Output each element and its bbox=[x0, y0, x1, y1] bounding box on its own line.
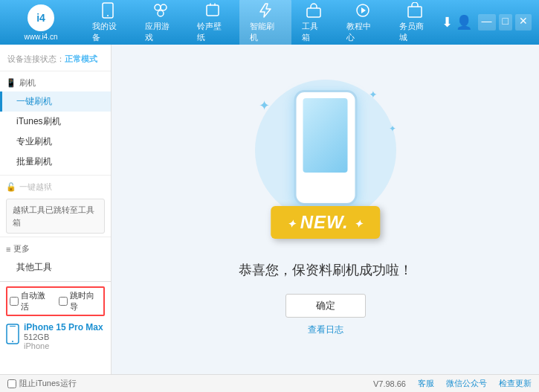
sidebar-item-one-key-flash[interactable]: 一键刷机 bbox=[0, 91, 111, 112]
jailbreak-label: 一键越狱 bbox=[19, 181, 52, 193]
maximize-icon[interactable]: □ bbox=[499, 14, 512, 30]
header: i4 www.i4.cn 我的设备 应用游戏 铃声壁纸 智能刷机 bbox=[0, 0, 539, 45]
view-log-link[interactable]: 查看日志 bbox=[308, 324, 343, 336]
sidebar-section-flash: 📱 刷机 bbox=[0, 74, 111, 91]
nav-ringtones-icon bbox=[204, 2, 221, 19]
phone-body bbox=[294, 90, 357, 205]
footer-feedback-link[interactable]: 客服 bbox=[418, 378, 434, 389]
new-badge: ✦ NEW. ✦ bbox=[271, 206, 380, 239]
svg-point-2 bbox=[155, 4, 161, 10]
sidebar-divider-1 bbox=[0, 175, 111, 176]
nav-ringtones[interactable]: 铃声壁纸 bbox=[187, 0, 239, 47]
main-content: ✦ ✦ ✦ ✦ NEW. ✦ 恭喜您，保资料刷机成功啦！ 确定 查看日志 bbox=[112, 45, 539, 374]
nav-my-device[interactable]: 我的设备 bbox=[82, 0, 135, 47]
device-phone-icon bbox=[6, 324, 19, 348]
logo-area: i4 www.i4.cn bbox=[7, 4, 74, 41]
batch-flash-label: 批量刷机 bbox=[16, 155, 52, 168]
svg-rect-5 bbox=[207, 5, 219, 16]
nav-toolbox-icon bbox=[306, 2, 322, 19]
stop-itunes-label: 阻止iTunes运行 bbox=[19, 378, 77, 389]
status-bar: 设备连接状态：正常模式 bbox=[0, 51, 111, 71]
sidebar-item-itunes-flash[interactable]: iTunes刷机 bbox=[0, 112, 111, 132]
time-guide-input[interactable] bbox=[59, 297, 68, 306]
version-text: V7.98.66 bbox=[373, 379, 406, 388]
new-badge-text: NEW. bbox=[300, 212, 349, 232]
nav-toolbox[interactable]: 工具箱 bbox=[291, 0, 336, 47]
footer: 阻止iTunes运行 V7.98.66 客服 微信公众号 检查更新 bbox=[0, 374, 539, 392]
sidebar-item-pro-flash[interactable]: 专业刷机 bbox=[0, 132, 111, 152]
device-info: iPhone 15 Pro Max 512GB iPhone bbox=[6, 321, 105, 352]
pro-flash-label: 专业刷机 bbox=[16, 135, 52, 148]
nav-tutorials-label: 教程中心 bbox=[346, 21, 378, 43]
sparkle-icon-3: ✦ bbox=[389, 123, 396, 134]
device-name: iPhone 15 Pro Max bbox=[24, 322, 103, 332]
close-icon[interactable]: ✕ bbox=[515, 14, 532, 30]
logo-icon: i4 bbox=[28, 4, 54, 31]
svg-point-3 bbox=[161, 4, 167, 10]
sidebar-section-more: ≡ 更多 bbox=[0, 240, 111, 257]
auto-activate-checkbox[interactable]: 自动激活 bbox=[10, 290, 53, 312]
nav-business-icon bbox=[407, 2, 423, 19]
status-label: 设备连接状态： bbox=[7, 54, 65, 63]
nav-toolbox-label: 工具箱 bbox=[302, 21, 326, 43]
nav-apps-games[interactable]: 应用游戏 bbox=[135, 0, 187, 47]
nav-business-label: 务员商城 bbox=[399, 21, 431, 43]
stop-itunes-checkbox[interactable] bbox=[7, 379, 16, 388]
sidebar-item-other-tools[interactable]: 其他工具 bbox=[0, 257, 111, 277]
svg-rect-11 bbox=[10, 326, 16, 327]
checkbox-row: 自动激活 跳时向导 bbox=[6, 286, 105, 316]
time-guide-checkbox[interactable]: 跳时向导 bbox=[59, 290, 102, 312]
svg-point-1 bbox=[107, 15, 109, 16]
bottom-panel: 自动激活 跳时向导 iPhone 15 Pro Max 512GB iPhone bbox=[0, 281, 112, 356]
logo-url: www.i4.cn bbox=[24, 33, 57, 41]
sparkle-icon-2: ✦ bbox=[369, 89, 378, 100]
sidebar-divider-2 bbox=[0, 237, 111, 237]
success-text: 恭喜您，保资料刷机成功啦！ bbox=[239, 261, 413, 279]
svg-rect-6 bbox=[307, 8, 320, 17]
sidebar: 设备连接状态：正常模式 📱 刷机 一键刷机 iTunes刷机 专业刷机 批量刷机… bbox=[0, 45, 112, 374]
header-right-icons: ⬇ 👤 — □ ✕ bbox=[442, 14, 532, 30]
auto-activate-input[interactable] bbox=[10, 297, 19, 306]
success-image: ✦ ✦ ✦ ✦ NEW. ✦ bbox=[244, 83, 407, 246]
footer-right: V7.98.66 客服 微信公众号 检查更新 bbox=[373, 378, 532, 389]
itunes-flash-label: iTunes刷机 bbox=[16, 115, 61, 128]
nav-smart-flash[interactable]: 智能刷机 bbox=[239, 0, 292, 47]
user-icon[interactable]: 👤 bbox=[456, 14, 472, 30]
device-storage: 512GB bbox=[24, 332, 103, 341]
flash-section-icon: 📱 bbox=[6, 78, 16, 88]
svg-point-10 bbox=[12, 341, 13, 342]
footer-left: 阻止iTunes运行 bbox=[7, 378, 119, 389]
more-section-label: 更多 bbox=[13, 243, 30, 254]
device-type: iPhone bbox=[24, 341, 103, 350]
one-key-flash-label: 一键刷机 bbox=[16, 95, 52, 108]
sparkle-icon-1: ✦ bbox=[259, 97, 270, 114]
sidebar-item-batch-flash[interactable]: 批量刷机 bbox=[0, 152, 111, 172]
nav-business[interactable]: 务员商城 bbox=[389, 0, 442, 47]
flash-section-label: 刷机 bbox=[19, 77, 36, 89]
nav-tutorials-icon bbox=[355, 2, 371, 19]
nav-ringtones-label: 铃声壁纸 bbox=[197, 21, 229, 43]
sidebar-section-jailbreak: 🔓 一键越狱 bbox=[0, 179, 111, 196]
nav-apps-icon bbox=[152, 2, 169, 19]
jailbreak-icon: 🔓 bbox=[6, 182, 16, 192]
more-section-icon: ≡ bbox=[6, 245, 10, 254]
nav-apps-label: 应用游戏 bbox=[145, 21, 177, 43]
status-value: 正常模式 bbox=[65, 54, 97, 63]
jailbreak-notice: 越狱工具已跳转至工具箱 bbox=[6, 199, 105, 234]
nav-my-device-icon bbox=[100, 2, 116, 19]
time-guide-label: 跳时向导 bbox=[70, 290, 102, 312]
nav-smart-flash-label: 智能刷机 bbox=[250, 21, 282, 43]
minimize-icon[interactable]: — bbox=[478, 14, 496, 30]
svg-rect-8 bbox=[408, 7, 422, 17]
auto-activate-label: 自动激活 bbox=[21, 290, 53, 312]
nav-bar: 我的设备 应用游戏 铃声壁纸 智能刷机 工具箱 bbox=[82, 0, 442, 47]
phone-screen bbox=[303, 98, 348, 173]
footer-check-update-link[interactable]: 检查更新 bbox=[499, 378, 532, 389]
body-container: 设备连接状态：正常模式 📱 刷机 一键刷机 iTunes刷机 专业刷机 批量刷机… bbox=[0, 45, 539, 374]
nav-smart-flash-icon bbox=[257, 2, 274, 19]
device-details: iPhone 15 Pro Max 512GB iPhone bbox=[24, 322, 103, 350]
download-icon[interactable]: ⬇ bbox=[442, 14, 453, 30]
nav-tutorials[interactable]: 教程中心 bbox=[336, 0, 389, 47]
confirm-button[interactable]: 确定 bbox=[285, 294, 366, 318]
footer-wechat-link[interactable]: 微信公众号 bbox=[446, 378, 487, 389]
